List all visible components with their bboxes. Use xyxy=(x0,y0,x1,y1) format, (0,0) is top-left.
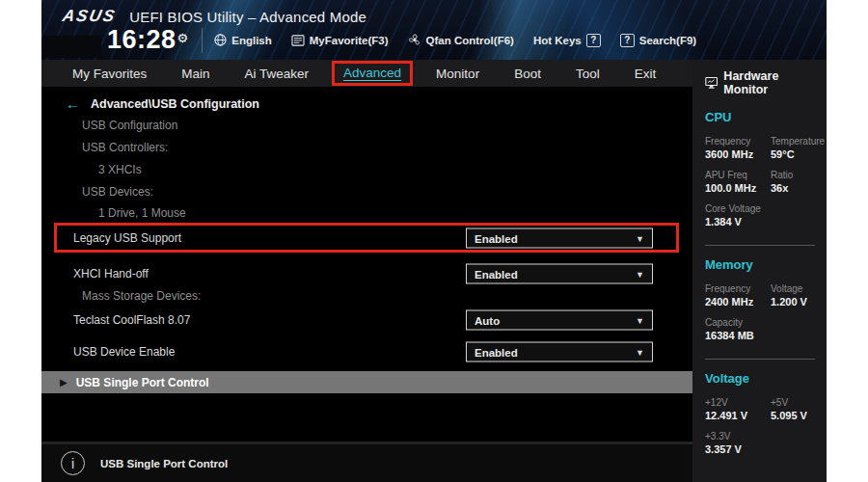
voltage-3v3-value: 3.357 V xyxy=(705,442,767,463)
back-arrow-icon[interactable]: ← xyxy=(66,96,80,111)
cpu-frequency-value: 3600 MHz xyxy=(705,147,767,168)
legacy-usb-support-dropdown[interactable]: Enabled ▼ xyxy=(466,228,653,249)
cpu-section-title: CPU xyxy=(705,110,815,124)
footer-hint-bar: i USB Single Port Control xyxy=(41,442,692,482)
spacer xyxy=(771,328,815,349)
usb-device-enable-value: Enabled xyxy=(475,346,518,358)
tab-my-favorites[interactable]: My Favorites xyxy=(72,67,147,81)
hardware-monitor-header: Hardware Monitor xyxy=(705,69,815,96)
tab-exit[interactable]: Exit xyxy=(635,67,657,81)
cpu-apu-freq-value: 100.0 MHz xyxy=(705,180,767,201)
cpu-temperature-value: 59°C xyxy=(771,147,825,168)
divider xyxy=(202,28,203,53)
time-row: 16:28 ⚙ English MyFavorite(F3) Qfan Cont… xyxy=(107,25,696,55)
asus-logo: ASUS xyxy=(61,7,118,26)
mass-storage-devices-label: Mass Storage Devices: xyxy=(82,289,201,303)
voltage-3v3-label: +3.3V xyxy=(705,429,767,442)
divider xyxy=(705,245,815,246)
spacer xyxy=(771,214,825,235)
qfan-control-button[interactable]: Qfan Control(F6) xyxy=(408,34,514,46)
voltage-section-title: Voltage xyxy=(705,371,815,386)
setting-row-teclast-coolflash: Teclast CoolFlash 8.07 Auto ▼ xyxy=(41,306,692,335)
setting-row-xhci-handoff: XHCI Hand-off Enabled ▼ xyxy=(41,259,692,288)
breadcrumb[interactable]: ← Advanced\USB Configuration xyxy=(66,96,259,111)
usb-device-enable-label: USB Device Enable xyxy=(73,345,175,359)
submenu-arrow-icon: ▶ xyxy=(60,377,68,388)
legacy-usb-support-value: Enabled xyxy=(475,232,518,244)
tab-monitor[interactable]: Monitor xyxy=(436,67,479,81)
cpu-temperature-label: Temperature xyxy=(771,134,825,147)
divider xyxy=(705,359,815,360)
usb-controllers-label: USB Controllers: xyxy=(82,141,168,154)
header: ASUS UEFI BIOS Utility – Advanced Mode 1… xyxy=(41,0,827,60)
voltage-12v-value: 12.491 V xyxy=(705,408,767,429)
memory-stats: Frequency Voltage 2400 MHz 1.200 V Capac… xyxy=(705,281,815,349)
tab-tool[interactable]: Tool xyxy=(576,67,600,81)
usb-devices-label: USB Devices: xyxy=(82,185,153,199)
hardware-monitor-title: Hardware Monitor xyxy=(723,69,815,96)
tab-ai-tweaker[interactable]: Ai Tweaker xyxy=(245,67,310,81)
fan-icon xyxy=(408,34,421,46)
footer-hint-text: USB Single Port Control xyxy=(100,458,228,469)
setting-row-usb-device-enable: USB Device Enable Enabled ▼ xyxy=(41,337,692,366)
search-label: Search(F9) xyxy=(639,35,696,46)
clock-gear-icon[interactable]: ⚙ xyxy=(177,31,189,45)
spacer xyxy=(771,442,815,463)
monitor-icon xyxy=(705,76,718,90)
usb-device-enable-dropdown[interactable]: Enabled ▼ xyxy=(466,342,653,362)
usb-configuration-title: USB Configuration xyxy=(82,119,177,132)
hardware-monitor-panel: Hardware Monitor CPU Frequency Temperatu… xyxy=(692,60,827,482)
cpu-apu-freq-label: APU Freq xyxy=(705,168,767,180)
spacer xyxy=(771,201,825,214)
usb-controllers-value: 3 XHCIs xyxy=(98,163,142,176)
tab-advanced[interactable]: Advanced xyxy=(332,61,413,86)
cpu-core-voltage-value: 1.384 V xyxy=(705,214,767,235)
memory-voltage-value: 1.200 V xyxy=(771,294,815,315)
my-favorite-button[interactable]: MyFavorite(F3) xyxy=(291,35,389,46)
chevron-down-icon: ▼ xyxy=(636,233,644,243)
legacy-usb-support-label: Legacy USB Support xyxy=(73,231,181,245)
info-icon: i xyxy=(61,451,85,475)
qfan-label: Qfan Control(F6) xyxy=(426,35,514,46)
usb-single-port-control-label: USB Single Port Control xyxy=(76,376,209,389)
breadcrumb-label: Advanced\USB Configuration xyxy=(91,97,259,111)
tab-boot[interactable]: Boot xyxy=(514,67,541,81)
setting-row-legacy-usb-support: Legacy USB Support Enabled ▼ xyxy=(41,224,692,253)
language-selector[interactable]: English xyxy=(214,34,272,46)
search-badge-icon: ? xyxy=(620,34,635,47)
chevron-down-icon: ▼ xyxy=(636,315,644,325)
xhci-handoff-value: Enabled xyxy=(475,268,518,280)
header-toolbar: English MyFavorite(F3) Qfan Control(F6) … xyxy=(214,34,696,47)
teclast-coolflash-dropdown[interactable]: Auto ▼ xyxy=(466,310,653,331)
bios-title: UEFI BIOS Utility – Advanced Mode xyxy=(129,9,366,25)
memory-voltage-label: Voltage xyxy=(771,281,815,294)
search-button[interactable]: ? Search(F9) xyxy=(620,34,696,47)
brand-row: ASUS UEFI BIOS Utility – Advanced Mode xyxy=(63,7,366,26)
voltage-5v-label: +5V xyxy=(771,395,815,408)
page: ASUS UEFI BIOS Utility – Advanced Mode 1… xyxy=(0,0,868,482)
tab-main[interactable]: Main xyxy=(181,67,209,81)
memory-frequency-value: 2400 MHz xyxy=(705,294,767,315)
question-badge-icon: ? xyxy=(586,34,601,47)
cpu-ratio-label: Ratio xyxy=(771,168,825,180)
memory-section-title: Memory xyxy=(705,257,815,272)
cpu-frequency-label: Frequency xyxy=(705,134,767,147)
voltage-5v-value: 5.095 V xyxy=(771,408,815,429)
voltage-12v-label: +12V xyxy=(705,395,767,408)
hot-keys-button[interactable]: Hot Keys ? xyxy=(533,34,601,47)
usb-devices-value: 1 Drive, 1 Mouse xyxy=(98,206,186,220)
main-panel: ← Advanced\USB Configuration USB Configu… xyxy=(41,87,692,442)
chevron-down-icon: ▼ xyxy=(636,347,644,357)
redacted-date-area xyxy=(43,36,101,58)
xhci-handoff-dropdown[interactable]: Enabled ▼ xyxy=(466,264,653,284)
xhci-handoff-label: XHCI Hand-off xyxy=(73,267,149,281)
hot-keys-label: Hot Keys xyxy=(533,35,582,46)
cpu-core-voltage-label: Core Voltage xyxy=(705,201,767,214)
favorite-list-icon xyxy=(291,35,305,46)
usb-single-port-control-row[interactable]: ▶ USB Single Port Control xyxy=(41,371,692,393)
menu-bar: My Favorites Main Ai Tweaker Advanced Mo… xyxy=(41,60,692,87)
memory-capacity-value: 16384 MB xyxy=(705,328,767,349)
globe-icon xyxy=(214,34,227,46)
memory-capacity-label: Capacity xyxy=(705,315,767,328)
memory-frequency-label: Frequency xyxy=(705,281,767,294)
